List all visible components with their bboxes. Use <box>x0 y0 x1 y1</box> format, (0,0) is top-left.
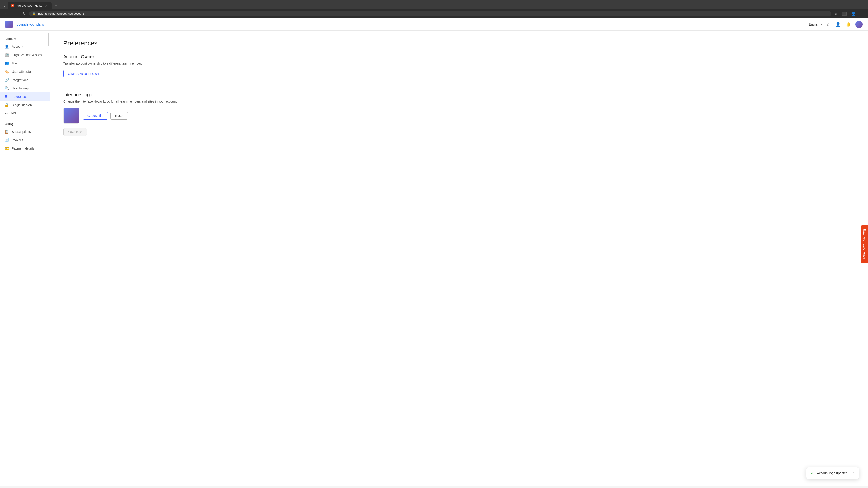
toast-notification: ✓ Account logo updated. › <box>806 467 859 479</box>
language-label: English <box>809 23 819 26</box>
sidebar-item-payment-details[interactable]: 💳 Payment details <box>0 144 50 153</box>
header-right: English ▾ ☆ 👤 🔔 <box>809 21 863 28</box>
team-icon: 👥 <box>4 61 9 65</box>
sidebar-toggle-icon[interactable]: ⬛ <box>841 11 848 17</box>
sidebar-label-integrations: Integrations <box>12 78 28 82</box>
page-title: Preferences <box>63 40 855 47</box>
user-avatar[interactable] <box>855 21 863 28</box>
invoices-icon: 🧾 <box>4 138 9 142</box>
toast-success-icon: ✓ <box>811 470 814 476</box>
sidebar-scroll: Account 👤 Account 🏢 Organizations & site… <box>0 35 50 153</box>
integrations-icon: 🔗 <box>4 78 9 82</box>
logo-upload-area: Choose file Reset <box>63 108 855 124</box>
chevron-down-icon: ▾ <box>820 23 822 26</box>
subscriptions-icon: 📋 <box>4 129 9 134</box>
sidebar-item-account[interactable]: 👤 Account <box>0 42 50 51</box>
header-left: Upgrade your plans <box>5 21 44 28</box>
back-button[interactable]: ← <box>3 11 10 17</box>
choose-file-button[interactable]: Choose file <box>83 112 108 120</box>
tab-favicon: H <box>11 4 14 7</box>
sidebar-item-integrations[interactable]: 🔗 Integrations <box>0 76 50 84</box>
sidebar-label-user-attributes: User attributes <box>12 70 32 73</box>
close-tab-button[interactable]: ✕ <box>44 4 48 7</box>
language-selector[interactable]: English ▾ <box>809 23 822 26</box>
sidebar-label-account: Account <box>12 45 23 48</box>
forward-button[interactable]: → <box>12 11 19 17</box>
interface-logo-description: Change the Interface Hotjar Logo for all… <box>63 100 855 103</box>
change-account-owner-button[interactable]: Change Account Owner <box>63 70 106 77</box>
address-input[interactable] <box>37 12 828 15</box>
address-bar[interactable]: 🔒 <box>29 11 831 16</box>
new-tab-button[interactable]: + <box>53 2 59 9</box>
rate-experience-button[interactable]: Rate your experience <box>861 225 868 263</box>
navigation-bar: ← → ↻ 🔒 ☆ ⬛ 👤 ⋮ <box>0 9 868 18</box>
sidebar-item-preferences[interactable]: ☰ Preferences <box>0 92 50 101</box>
refresh-button[interactable]: ↻ <box>21 11 27 17</box>
sidebar-item-user-attributes[interactable]: 🏷️ User attributes <box>0 67 50 76</box>
app-logo <box>5 21 13 28</box>
browser-chrome: ⌄ H Preferences - Hotjar ✕ + ← → ↻ 🔒 ☆ ⬛… <box>0 0 868 18</box>
interface-logo-title: Interface Logo <box>63 92 855 97</box>
sidebar-item-team[interactable]: 👥 Team <box>0 59 50 67</box>
sidebar-label-payment-details: Payment details <box>12 147 34 150</box>
sidebar-item-single-sign-on[interactable]: 🔒 Single sign-on <box>0 101 50 109</box>
sidebar-label-invoices: Invoices <box>12 138 23 142</box>
single-sign-on-icon: 🔒 <box>4 103 9 107</box>
main-content: Preferences Account Owner Transfer accou… <box>50 31 868 486</box>
sidebar-section-account: Account <box>0 35 50 42</box>
user-lookup-icon: 🔍 <box>4 86 9 90</box>
sidebar-item-invoices[interactable]: 🧾 Invoices <box>0 136 50 144</box>
active-tab[interactable]: H Preferences - Hotjar ✕ <box>8 2 52 9</box>
sidebar-item-subscriptions[interactable]: 📋 Subscriptions <box>0 127 50 136</box>
sidebar-item-user-lookup[interactable]: 🔍 User lookup <box>0 84 50 92</box>
interface-logo-section: Interface Logo Change the Interface Hotj… <box>63 92 855 136</box>
tab-group-button[interactable]: ⌄ <box>2 3 7 8</box>
menu-icon[interactable]: ⋮ <box>859 11 865 17</box>
tab-title: Preferences - Hotjar <box>16 4 42 7</box>
account-owner-section: Account Owner Transfer account ownership… <box>63 54 855 77</box>
sidebar-item-api[interactable]: <> API <box>0 109 50 117</box>
add-user-icon-button[interactable]: 👤 <box>835 21 841 28</box>
incognito-icon[interactable]: 👤 <box>850 11 857 17</box>
payment-details-icon: 💳 <box>4 146 9 151</box>
sidebar-scrollbar <box>48 31 50 486</box>
sidebar-item-organizations[interactable]: 🏢 Organizations & sites <box>0 51 50 59</box>
toast-message: Account logo updated. <box>817 471 848 475</box>
app: Upgrade your plans English ▾ ☆ 👤 🔔 Accou… <box>0 18 868 486</box>
logo-preview <box>63 108 79 124</box>
preferences-icon: ☰ <box>4 94 8 99</box>
star-icon-button[interactable]: ☆ <box>826 21 831 28</box>
scrollbar-thumb[interactable] <box>49 33 49 46</box>
sidebar-label-subscriptions: Subscriptions <box>12 130 31 133</box>
sidebar-label-preferences: Preferences <box>10 95 27 98</box>
tab-bar: ⌄ H Preferences - Hotjar ✕ + <box>0 0 868 9</box>
reset-button[interactable]: Reset <box>110 112 128 120</box>
account-owner-description: Transfer account ownership to a differen… <box>63 62 855 65</box>
content-wrapper: Account 👤 Account 🏢 Organizations & site… <box>0 31 868 486</box>
app-header: Upgrade your plans English ▾ ☆ 👤 🔔 <box>0 18 868 31</box>
nav-icons: ☆ ⬛ 👤 ⋮ <box>833 11 865 17</box>
upload-actions: Choose file Reset <box>83 112 128 120</box>
sidebar-label-api: API <box>11 111 16 115</box>
user-attributes-icon: 🏷️ <box>4 69 9 74</box>
sidebar: Account 👤 Account 🏢 Organizations & site… <box>0 31 50 486</box>
sidebar-label-single-sign-on: Single sign-on <box>12 103 32 107</box>
notification-icon-button[interactable]: 🔔 <box>845 21 852 28</box>
sidebar-label-team: Team <box>12 61 20 65</box>
sidebar-label-organizations: Organizations & sites <box>12 53 41 57</box>
account-icon: 👤 <box>4 44 9 48</box>
account-owner-title: Account Owner <box>63 54 855 59</box>
bookmark-icon[interactable]: ☆ <box>833 11 839 17</box>
toast-arrow-icon: › <box>853 471 854 475</box>
upgrade-link[interactable]: Upgrade your plans <box>16 23 44 26</box>
sidebar-section-billing: Billing <box>0 121 50 127</box>
api-icon: <> <box>4 111 8 115</box>
lock-icon: 🔒 <box>32 12 36 15</box>
sidebar-label-user-lookup: User lookup <box>12 87 29 90</box>
logo-preview-image <box>64 108 79 123</box>
organizations-icon: 🏢 <box>4 53 9 57</box>
save-logo-button[interactable]: Save logo <box>63 128 87 136</box>
